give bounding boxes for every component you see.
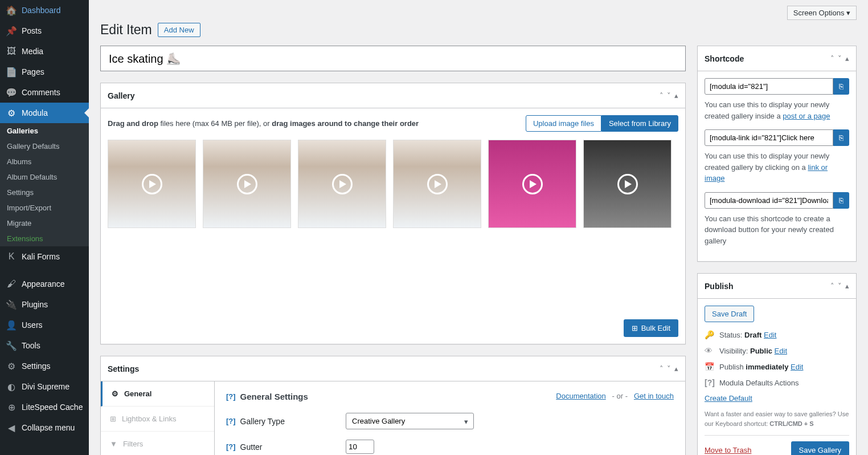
chevron-down-icon[interactable]: ˅ xyxy=(667,91,671,100)
sidebar-item-divi[interactable]: ◐Divi Supreme xyxy=(0,376,89,397)
select-library-button[interactable]: Select from Library xyxy=(601,115,678,132)
wrench-icon: 🔧 xyxy=(6,340,17,351)
brush-icon: 🖌 xyxy=(6,278,17,290)
dashboard-icon: 🏠 xyxy=(6,5,17,16)
create-default-link[interactable]: Create Default xyxy=(705,394,849,403)
settings-box: Settings ˄ ˅ ▴ ⚙General ⊞Lightbox & Link… xyxy=(100,356,686,455)
sidebar-collapse[interactable]: ◀Collapse menu xyxy=(0,417,89,438)
drop-instructions: Drag and drop files here (max 64 MB per … xyxy=(108,119,419,128)
chevron-up-icon[interactable]: ˄ xyxy=(660,364,664,373)
shortcode-1-input[interactable] xyxy=(705,78,833,95)
help-icon[interactable]: [?] xyxy=(226,392,236,401)
sidebar-item-comments[interactable]: 💬Comments xyxy=(0,82,89,103)
publish-box: Publish ˄˅▴ Save Draft 🔑Status: Draft Ed… xyxy=(697,273,857,455)
chevron-up-icon[interactable]: ˄ xyxy=(830,282,834,290)
sidebar-item-litespeed[interactable]: ⊕LiteSpeed Cache xyxy=(0,397,89,417)
copy-button[interactable]: ⎘ xyxy=(833,129,849,146)
sidebar-item-appearance[interactable]: 🖌Appearance xyxy=(0,274,89,294)
sub-gallery-defaults[interactable]: Gallery Defaults xyxy=(0,139,89,154)
gallery-thumb[interactable] xyxy=(583,140,672,228)
gallery-thumb[interactable] xyxy=(298,140,386,228)
copy-button[interactable]: ⎘ xyxy=(833,192,849,209)
key-icon: 🔑 xyxy=(705,330,714,339)
play-icon xyxy=(237,174,257,194)
media-icon: 🖼 xyxy=(6,46,17,57)
caret-up-icon[interactable]: ▴ xyxy=(845,282,849,290)
edit-status-link[interactable]: Edit xyxy=(764,331,776,339)
save-gallery-button[interactable]: Save Gallery xyxy=(791,441,849,455)
gallery-thumb[interactable] xyxy=(393,140,481,228)
sidebar-item-users[interactable]: 👤Users xyxy=(0,315,89,335)
doc-link[interactable]: Documentation xyxy=(556,392,605,400)
gallery-type-select[interactable]: Creative Gallery xyxy=(346,413,474,429)
eye-icon: 👁 xyxy=(705,346,714,355)
calendar-icon: 📅 xyxy=(705,362,714,371)
tab-lightbox[interactable]: ⊞Lightbox & Links xyxy=(101,407,214,432)
sub-settings[interactable]: Settings xyxy=(0,185,89,200)
bulk-edit-button[interactable]: ⊞Bulk Edit xyxy=(624,319,678,337)
sidebar-item-dashboard[interactable]: 🏠Dashboard xyxy=(0,0,89,21)
sliders-icon: ⚙ xyxy=(6,360,17,372)
help-icon[interactable]: [?] xyxy=(705,378,714,387)
shortcode-2-desc: You can use this to display your newly c… xyxy=(705,151,849,184)
tab-general[interactable]: ⚙General xyxy=(101,381,214,407)
screen-options-button[interactable]: Screen Options ▾ xyxy=(787,6,857,20)
shortcode-title: Shortcode xyxy=(705,54,744,63)
help-icon[interactable]: [?] xyxy=(226,417,236,425)
k-icon: K xyxy=(6,251,17,262)
copy-icon: ⎘ xyxy=(839,196,844,205)
sidebar-item-posts[interactable]: 📌Posts xyxy=(0,21,89,41)
plug-icon: 🔌 xyxy=(6,299,17,310)
item-title-input[interactable] xyxy=(100,46,686,71)
sidebar-item-settings[interactable]: ⚙Settings xyxy=(0,356,89,376)
sub-galleries[interactable]: Galleries xyxy=(0,123,89,139)
post-page-link[interactable]: post or a page xyxy=(783,112,830,120)
edit-schedule-link[interactable]: Edit xyxy=(791,363,803,371)
chevron-down-icon[interactable]: ˅ xyxy=(838,54,842,63)
sub-migrate[interactable]: Migrate xyxy=(0,216,89,231)
tab-filters[interactable]: ▼Filters xyxy=(101,432,214,455)
chevron-up-icon[interactable]: ˄ xyxy=(660,91,664,100)
sub-album-defaults[interactable]: Album Defaults xyxy=(0,169,89,185)
sub-import-export[interactable]: Import/Export xyxy=(0,200,89,216)
settings-section-title: General Settings xyxy=(240,392,308,401)
move-to-trash-link[interactable]: Move to Trash xyxy=(705,446,751,454)
save-draft-button[interactable]: Save Draft xyxy=(705,306,754,322)
shortcode-2-input[interactable] xyxy=(705,129,833,146)
shortcode-box: Shortcode ˄˅▴ ⎘ You can use this to disp… xyxy=(697,46,857,262)
chevron-down-icon[interactable]: ˅ xyxy=(667,364,671,373)
sidebar-submenu: Galleries Gallery Defaults Albums Album … xyxy=(0,123,89,246)
add-new-button[interactable]: Add New xyxy=(158,23,200,37)
shortcode-3-input[interactable] xyxy=(705,192,833,209)
help-icon[interactable]: [?] xyxy=(226,442,236,451)
upload-files-button[interactable]: Upload image files xyxy=(526,115,601,132)
chevron-up-icon[interactable]: ˄ xyxy=(830,54,834,63)
sub-albums[interactable]: Albums xyxy=(0,154,89,169)
sidebar-item-kali[interactable]: KKali Forms xyxy=(0,246,89,267)
caret-up-icon[interactable]: ▴ xyxy=(845,54,849,63)
gutter-label: Gutter xyxy=(240,442,263,452)
sub-extensions[interactable]: Extensions xyxy=(0,231,89,246)
sidebar-item-modula[interactable]: ⚙Modula xyxy=(0,103,89,123)
sidebar-item-pages[interactable]: 📄Pages xyxy=(0,62,89,82)
sidebar-item-tools[interactable]: 🔧Tools xyxy=(0,335,89,356)
keyboard-hint: Want a faster and easier way to save gal… xyxy=(705,409,849,428)
caret-up-icon[interactable]: ▴ xyxy=(674,364,678,373)
play-icon xyxy=(332,174,353,194)
gallery-thumb[interactable] xyxy=(203,140,291,228)
pages-icon: 📄 xyxy=(6,66,17,78)
gallery-thumb[interactable] xyxy=(108,140,196,228)
gutter-input[interactable] xyxy=(346,440,374,454)
gallery-thumb[interactable] xyxy=(488,140,576,228)
sidebar-item-plugins[interactable]: 🔌Plugins xyxy=(0,294,89,315)
caret-up-icon[interactable]: ▴ xyxy=(674,91,678,100)
chevron-down-icon[interactable]: ˅ xyxy=(838,282,842,290)
get-in-touch-link[interactable]: Get in touch xyxy=(634,392,674,400)
pin-icon: 📌 xyxy=(6,25,17,36)
sidebar-item-media[interactable]: 🖼Media xyxy=(0,41,89,62)
shortcode-3-desc: You can use this shortcode to create a d… xyxy=(705,213,849,247)
edit-visibility-link[interactable]: Edit xyxy=(775,347,787,355)
copy-button[interactable]: ⎘ xyxy=(833,78,849,95)
gear-icon: ⚙ xyxy=(6,107,17,119)
gallery-thumbnails xyxy=(108,140,678,228)
